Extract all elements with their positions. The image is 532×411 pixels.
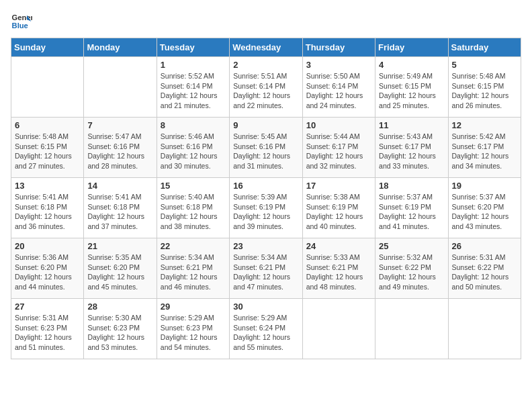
cell-info: Sunrise: 5:34 AM Sunset: 6:21 PM Dayligh… [161, 253, 226, 292]
day-number: 1 [161, 60, 226, 70]
day-number: 2 [233, 60, 298, 70]
day-number: 7 [87, 120, 152, 130]
cell-info: Sunrise: 5:32 AM Sunset: 6:22 PM Dayligh… [379, 253, 444, 292]
cell-info: Sunrise: 5:42 AM Sunset: 6:17 PM Dayligh… [452, 132, 517, 171]
day-number: 25 [379, 241, 444, 251]
logo: General Blue [11, 11, 35, 32]
page-header: General Blue [11, 11, 521, 32]
calendar-cell: 8Sunrise: 5:46 AM Sunset: 6:16 PM Daylig… [157, 118, 229, 178]
cell-info: Sunrise: 5:50 AM Sunset: 6:14 PM Dayligh… [306, 71, 371, 111]
cell-info: Sunrise: 5:37 AM Sunset: 6:19 PM Dayligh… [379, 192, 444, 232]
calendar-cell: 30Sunrise: 5:29 AM Sunset: 6:24 PM Dayli… [230, 299, 302, 359]
cell-info: Sunrise: 5:33 AM Sunset: 6:21 PM Dayligh… [306, 253, 371, 292]
cell-info: Sunrise: 5:45 AM Sunset: 6:16 PM Dayligh… [233, 132, 298, 171]
calendar-cell: 21Sunrise: 5:35 AM Sunset: 6:20 PM Dayli… [84, 238, 157, 299]
calendar-cell: 24Sunrise: 5:33 AM Sunset: 6:21 PM Dayli… [302, 238, 375, 299]
calendar-cell: 10Sunrise: 5:44 AM Sunset: 6:17 PM Dayli… [302, 118, 375, 178]
cell-info: Sunrise: 5:48 AM Sunset: 6:15 PM Dayligh… [452, 71, 517, 111]
day-number: 8 [161, 120, 226, 130]
calendar-cell: 28Sunrise: 5:30 AM Sunset: 6:23 PM Dayli… [84, 299, 157, 359]
cell-info: Sunrise: 5:46 AM Sunset: 6:16 PM Dayligh… [161, 132, 226, 171]
cell-info: Sunrise: 5:43 AM Sunset: 6:17 PM Dayligh… [379, 132, 444, 171]
day-number: 14 [87, 181, 152, 191]
day-number: 20 [15, 241, 80, 251]
day-number: 3 [306, 60, 371, 70]
cell-info: Sunrise: 5:36 AM Sunset: 6:20 PM Dayligh… [15, 253, 80, 292]
calendar-cell: 2Sunrise: 5:51 AM Sunset: 6:14 PM Daylig… [230, 57, 302, 118]
day-number: 29 [161, 302, 226, 312]
col-header-monday: Monday [84, 38, 157, 57]
svg-text:General: General [12, 13, 32, 21]
calendar-cell: 4Sunrise: 5:49 AM Sunset: 6:15 PM Daylig… [375, 57, 448, 118]
day-number: 16 [233, 181, 298, 191]
cell-info: Sunrise: 5:41 AM Sunset: 6:18 PM Dayligh… [15, 192, 80, 232]
svg-text:Blue: Blue [12, 21, 28, 30]
day-number: 12 [452, 120, 517, 130]
cell-info: Sunrise: 5:38 AM Sunset: 6:19 PM Dayligh… [306, 192, 371, 232]
cell-info: Sunrise: 5:34 AM Sunset: 6:21 PM Dayligh… [233, 253, 298, 292]
day-number: 17 [306, 181, 371, 191]
calendar-cell: 9Sunrise: 5:45 AM Sunset: 6:16 PM Daylig… [230, 118, 302, 178]
day-number: 22 [161, 241, 226, 251]
cell-info: Sunrise: 5:40 AM Sunset: 6:18 PM Dayligh… [161, 192, 226, 232]
cell-info: Sunrise: 5:47 AM Sunset: 6:16 PM Dayligh… [87, 132, 152, 171]
day-number: 28 [87, 302, 152, 312]
day-number: 4 [379, 60, 444, 70]
day-number: 5 [452, 60, 517, 70]
calendar-cell [11, 57, 84, 118]
cell-info: Sunrise: 5:30 AM Sunset: 6:23 PM Dayligh… [87, 313, 152, 353]
cell-info: Sunrise: 5:31 AM Sunset: 6:23 PM Dayligh… [15, 313, 80, 353]
day-number: 26 [452, 241, 517, 251]
cell-info: Sunrise: 5:35 AM Sunset: 6:20 PM Dayligh… [87, 253, 152, 292]
day-number: 13 [15, 181, 80, 191]
cell-info: Sunrise: 5:39 AM Sunset: 6:19 PM Dayligh… [233, 192, 298, 232]
col-header-sunday: Sunday [11, 38, 84, 57]
cell-info: Sunrise: 5:37 AM Sunset: 6:20 PM Dayligh… [452, 192, 517, 232]
calendar-cell: 12Sunrise: 5:42 AM Sunset: 6:17 PM Dayli… [448, 118, 521, 178]
calendar-cell: 11Sunrise: 5:43 AM Sunset: 6:17 PM Dayli… [375, 118, 448, 178]
calendar-cell: 14Sunrise: 5:41 AM Sunset: 6:18 PM Dayli… [84, 178, 157, 238]
calendar-cell: 26Sunrise: 5:31 AM Sunset: 6:22 PM Dayli… [448, 238, 521, 299]
day-number: 10 [306, 120, 371, 130]
cell-info: Sunrise: 5:49 AM Sunset: 6:15 PM Dayligh… [379, 71, 444, 111]
day-number: 6 [15, 120, 80, 130]
calendar-cell: 16Sunrise: 5:39 AM Sunset: 6:19 PM Dayli… [230, 178, 302, 238]
col-header-tuesday: Tuesday [157, 38, 229, 57]
calendar-cell: 7Sunrise: 5:47 AM Sunset: 6:16 PM Daylig… [84, 118, 157, 178]
calendar-cell [302, 299, 375, 359]
day-number: 30 [233, 302, 298, 312]
calendar-cell: 1Sunrise: 5:52 AM Sunset: 6:14 PM Daylig… [157, 57, 229, 118]
cell-info: Sunrise: 5:52 AM Sunset: 6:14 PM Dayligh… [161, 71, 226, 111]
calendar-cell [375, 299, 448, 359]
calendar-cell: 6Sunrise: 5:48 AM Sunset: 6:15 PM Daylig… [11, 118, 84, 178]
cell-info: Sunrise: 5:29 AM Sunset: 6:24 PM Dayligh… [233, 313, 298, 353]
calendar-cell: 13Sunrise: 5:41 AM Sunset: 6:18 PM Dayli… [11, 178, 84, 238]
calendar-cell: 25Sunrise: 5:32 AM Sunset: 6:22 PM Dayli… [375, 238, 448, 299]
cell-info: Sunrise: 5:48 AM Sunset: 6:15 PM Dayligh… [15, 132, 80, 171]
day-number: 19 [452, 181, 517, 191]
calendar-cell: 22Sunrise: 5:34 AM Sunset: 6:21 PM Dayli… [157, 238, 229, 299]
cell-info: Sunrise: 5:31 AM Sunset: 6:22 PM Dayligh… [452, 253, 517, 292]
day-number: 11 [379, 120, 444, 130]
calendar-table: SundayMondayTuesdayWednesdayThursdayFrid… [11, 38, 521, 359]
day-number: 27 [15, 302, 80, 312]
day-number: 21 [87, 241, 152, 251]
day-number: 15 [161, 181, 226, 191]
cell-info: Sunrise: 5:51 AM Sunset: 6:14 PM Dayligh… [233, 71, 298, 111]
logo-icon: General Blue [11, 11, 32, 32]
calendar-cell: 3Sunrise: 5:50 AM Sunset: 6:14 PM Daylig… [302, 57, 375, 118]
cell-info: Sunrise: 5:41 AM Sunset: 6:18 PM Dayligh… [87, 192, 152, 232]
cell-info: Sunrise: 5:44 AM Sunset: 6:17 PM Dayligh… [306, 132, 371, 171]
day-number: 24 [306, 241, 371, 251]
calendar-cell [84, 57, 157, 118]
day-number: 9 [233, 120, 298, 130]
day-number: 23 [233, 241, 298, 251]
cell-info: Sunrise: 5:29 AM Sunset: 6:23 PM Dayligh… [161, 313, 226, 353]
col-header-wednesday: Wednesday [230, 38, 302, 57]
calendar-cell: 17Sunrise: 5:38 AM Sunset: 6:19 PM Dayli… [302, 178, 375, 238]
calendar-cell: 19Sunrise: 5:37 AM Sunset: 6:20 PM Dayli… [448, 178, 521, 238]
calendar-cell: 18Sunrise: 5:37 AM Sunset: 6:19 PM Dayli… [375, 178, 448, 238]
col-header-thursday: Thursday [302, 38, 375, 57]
calendar-cell: 5Sunrise: 5:48 AM Sunset: 6:15 PM Daylig… [448, 57, 521, 118]
calendar-cell: 29Sunrise: 5:29 AM Sunset: 6:23 PM Dayli… [157, 299, 229, 359]
